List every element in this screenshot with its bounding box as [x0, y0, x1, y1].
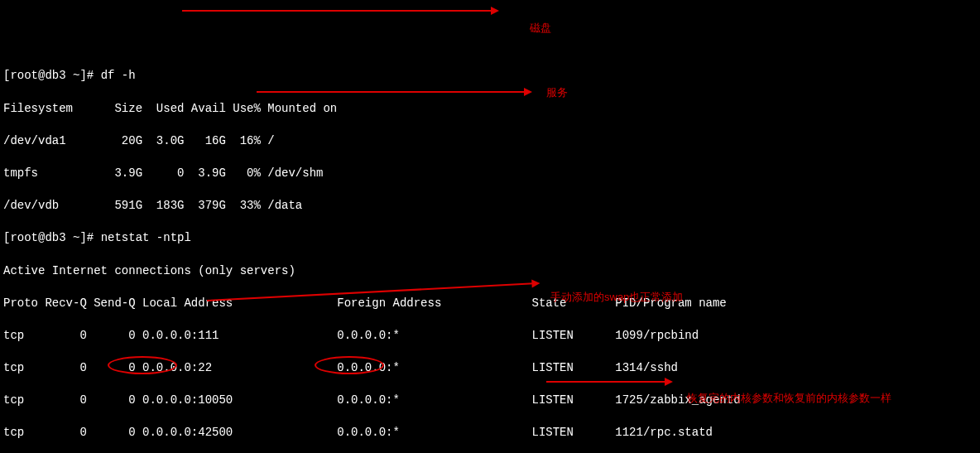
netstat-row: tcp 0 0 0.0.0.0:111 0.0.0.0:* LISTEN 109…	[3, 328, 977, 345]
cmd-netstat: netstat -ntpl	[101, 231, 191, 244]
arrow-service	[257, 91, 530, 93]
netstat-header: Proto Recv-Q Send-Q Local Address Foreig…	[3, 296, 977, 312]
annotation-swap: 手动添加的swap也正常添加	[550, 290, 683, 305]
annotation-service: 服务	[546, 85, 568, 100]
prompt: [root@db3 ~]#	[3, 69, 101, 82]
annotation-kernel: 恢复完的内核参数和恢复前的内核参数一样	[687, 391, 891, 406]
arrow-disk	[182, 10, 497, 12]
ellipse-swap-free	[315, 356, 384, 374]
df-row: /dev/vda1 20G 3.0G 16G 16% /	[3, 133, 977, 150]
arrow-kernel	[546, 381, 670, 383]
netstat-row: tcp 0 0 0.0.0.0:42500 0.0.0.0:* LISTEN 1…	[3, 425, 977, 441]
ellipse-swap-total	[108, 356, 177, 374]
df-row: /dev/vdb 591G 183G 379G 33% /data	[3, 198, 977, 214]
annotation-disk: 磁盘	[530, 21, 551, 36]
netstat-title: Active Internet connections (only server…	[3, 263, 977, 280]
prompt: [root@db3 ~]#	[3, 231, 101, 244]
df-header: Filesystem Size Used Avail Use% Mounted …	[3, 101, 977, 118]
df-row: tmpfs 3.9G 0 3.9G 0% /dev/shm	[3, 166, 977, 182]
cmd-df: df -h	[101, 69, 136, 82]
